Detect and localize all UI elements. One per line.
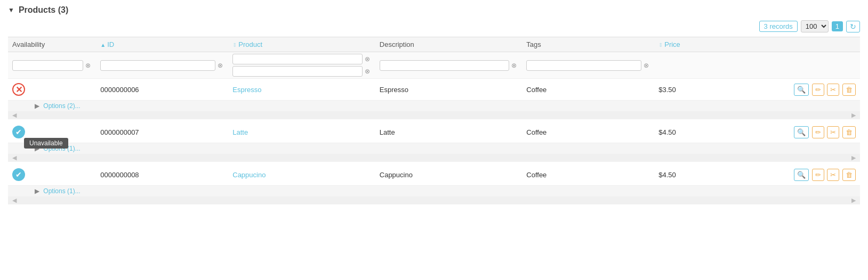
row2-scroll-left[interactable]: ◀ — [12, 154, 17, 161]
row2-description: Latte — [375, 121, 523, 143]
filter-availability-clear[interactable]: ⊗ — [84, 62, 92, 69]
row1-edit-button[interactable]: ✏ — [812, 84, 824, 96]
filter-tags-clear[interactable]: ⊗ — [642, 62, 650, 69]
col-id[interactable]: ▲ID — [96, 37, 228, 52]
row3-edit-button[interactable]: ✏ — [812, 169, 824, 181]
refresh-button[interactable]: ↻ — [846, 21, 860, 32]
collapse-triangle[interactable]: ▼ — [8, 6, 14, 14]
row1-actions: 🔍 ✏ ✂ 🗑 — [743, 79, 860, 101]
row3-product-link[interactable]: Cappucino — [232, 171, 266, 179]
section-header: ▼ Products (3) — [8, 5, 860, 15]
filter-product: ⊗ ⊗ — [228, 52, 375, 79]
filter-product-clear[interactable]: ⊗ — [364, 55, 371, 63]
row3-scroll-cell: ◀ ▶ — [8, 196, 860, 204]
row3-tags: Coffee — [522, 164, 654, 186]
records-badge: 3 records — [759, 21, 798, 32]
row1-delete-button[interactable]: 🗑 — [842, 84, 856, 96]
filter-price — [654, 52, 742, 79]
col-price[interactable]: ⇕Price — [654, 37, 742, 52]
row3-options-link[interactable]: Options (1)... — [43, 187, 80, 195]
row3-options-arrow: ▶ — [35, 187, 39, 195]
row2-view-button[interactable]: 🔍 — [794, 126, 809, 138]
row1-options-row: ▶ Options (2)... — [8, 101, 860, 112]
filter-product-input[interactable] — [232, 54, 363, 64]
row2-product: Latte — [228, 121, 375, 143]
col-product[interactable]: ⇕Product — [228, 37, 375, 52]
filter-availability: ⊗ — [8, 52, 96, 79]
row3-price: $4.50 — [654, 164, 742, 186]
row1-options-cell: ▶ Options (2)... — [8, 101, 860, 112]
row1-options-arrow: ▶ — [35, 102, 39, 110]
row3-options-row: ▶ Options (1)... — [8, 186, 860, 197]
row1-scroll-right[interactable]: ▶ — [851, 112, 856, 119]
col-description[interactable]: Description — [375, 37, 523, 52]
availability-icon-yes2[interactable]: ✔ — [12, 168, 25, 181]
row2-options-cell: ▶ Options (1)... — [8, 143, 860, 154]
row1-scroll-cell: ◀ ▶ — [8, 111, 860, 119]
row3-delete-button[interactable]: 🗑 — [842, 169, 856, 181]
row2-price: $4.50 — [654, 121, 742, 143]
row2-tags: Coffee — [522, 121, 654, 143]
row3-availability: ✔ — [8, 164, 96, 186]
row3-actions: 🔍 ✏ ✂ 🗑 — [743, 164, 860, 186]
filter-availability-input[interactable] — [12, 60, 83, 71]
row3-scroll-row: ◀ ▶ — [8, 196, 860, 204]
row2-scroll-right[interactable]: ▶ — [851, 154, 856, 161]
row2-edit-button[interactable]: ✏ — [812, 126, 824, 138]
row2-actions: 🔍 ✏ ✂ 🗑 — [743, 121, 860, 143]
filter-product-clear2[interactable]: ⊗ — [364, 68, 371, 75]
products-table: Availability ▲ID ⇕Product Description Ta… — [8, 37, 860, 204]
row2-delete-button[interactable]: 🗑 — [842, 126, 856, 138]
row1-description: Espresso — [375, 79, 523, 101]
filter-id-input[interactable] — [100, 60, 215, 71]
row3-id: 0000000008 — [96, 164, 228, 186]
row2-unlink-button[interactable]: ✂ — [827, 126, 839, 138]
row3-scroll-left[interactable]: ◀ — [12, 197, 17, 203]
filter-tags: ⊗ — [522, 52, 654, 79]
products-section: ▼ Products (3) 3 records 100 50 25 10 1 … — [0, 0, 868, 210]
row1-unlink-button[interactable]: ✂ — [827, 84, 839, 96]
table-row: ✔ 0000000008 Cappucino Cappucino Coffee … — [8, 164, 860, 186]
row1-product: Espresso — [228, 79, 375, 101]
row1-tags: Coffee — [522, 79, 654, 101]
row2-options-row: ▶ Options (1)... — [8, 143, 860, 154]
filter-id: ⊗ — [96, 52, 228, 79]
row2-id: 0000000007 — [96, 121, 228, 143]
row1-id: 0000000006 — [96, 79, 228, 101]
filter-description-clear[interactable]: ⊗ — [510, 62, 518, 69]
col-availability[interactable]: Availability — [8, 37, 96, 52]
col-tags[interactable]: Tags — [522, 37, 654, 52]
row1-product-link[interactable]: Espresso — [232, 86, 261, 94]
per-page-select[interactable]: 100 50 25 10 — [801, 20, 829, 32]
row3-description: Cappucino — [375, 164, 523, 186]
table-row: ✔ 0000000007 Latte Latte Coffee $4.50 🔍 … — [8, 121, 860, 143]
row2-product-link[interactable]: Latte — [232, 128, 248, 136]
filter-tags-input[interactable] — [526, 60, 641, 71]
row3-view-button[interactable]: 🔍 — [794, 169, 809, 181]
filter-product-input2[interactable] — [232, 66, 363, 77]
row3-product: Cappucino — [228, 164, 375, 186]
row2-scroll-row: ◀ ▶ — [8, 154, 860, 162]
row3-scroll-right[interactable]: ▶ — [851, 197, 856, 204]
products-table-wrap: Unavailable Availability ▲ID ⇕Product De… — [8, 37, 860, 204]
row1-scroll-row: ◀ ▶ — [8, 111, 860, 119]
table-body: ✕ 0000000006 Espresso Espresso Coffee $3… — [8, 79, 860, 205]
row1-scroll-left[interactable]: ◀ — [12, 112, 17, 118]
filter-description: ⊗ — [375, 52, 523, 79]
row3-unlink-button[interactable]: ✂ — [827, 169, 839, 181]
filter-description-input[interactable] — [380, 60, 510, 71]
row1-options-link[interactable]: Options (2)... — [43, 102, 80, 110]
row2-scroll-cell: ◀ ▶ — [8, 154, 860, 162]
availability-icon-yes[interactable]: ✔ — [12, 126, 25, 138]
page-number: 1 — [832, 21, 843, 31]
col-actions — [743, 37, 860, 52]
row1-availability: ✕ — [8, 79, 96, 101]
filter-row: ⊗ ⊗ ⊗ — [8, 52, 860, 79]
row1-view-button[interactable]: 🔍 — [794, 84, 809, 96]
table-row: ✕ 0000000006 Espresso Espresso Coffee $3… — [8, 79, 860, 101]
availability-icon-no[interactable]: ✕ — [12, 83, 25, 96]
filter-actions — [743, 52, 860, 79]
section-title: Products (3) — [19, 5, 68, 15]
column-headers: Availability ▲ID ⇕Product Description Ta… — [8, 37, 860, 52]
filter-id-clear[interactable]: ⊗ — [216, 62, 224, 69]
